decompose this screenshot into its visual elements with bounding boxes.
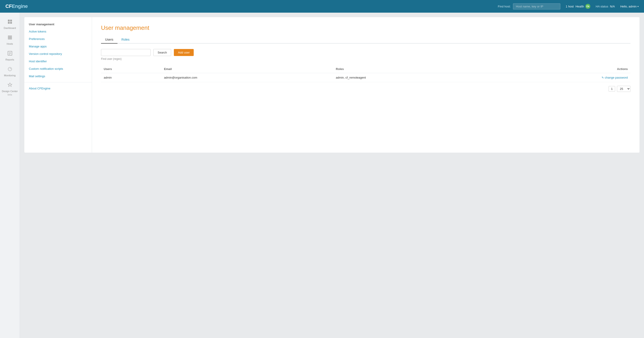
svg-rect-7 [8, 51, 12, 55]
logo-cf: CF [6, 4, 12, 9]
svg-rect-3 [10, 22, 12, 24]
ha-status-value: N/A [610, 5, 615, 8]
tabs: Users Roles [101, 36, 630, 44]
add-user-button[interactable]: Add user [174, 49, 194, 56]
sidebar-label-dashboard: Dashboard [4, 27, 16, 29]
page-title: User management [101, 24, 630, 31]
top-navigation: CFEngine Find host: 1 host Health Ok HA … [0, 0, 644, 13]
sidebar-item-dashboard[interactable]: Dashboard [0, 16, 20, 32]
col-header-users: Users [101, 65, 161, 73]
monitoring-icon [7, 66, 13, 73]
svg-rect-1 [10, 20, 12, 22]
sub-sidebar-divider [24, 82, 92, 82]
main-panel: User management Active tokens Preference… [24, 17, 640, 153]
ha-status-label: HA status [596, 5, 608, 8]
content-area: User management Users Roles Search Add u… [92, 17, 640, 153]
user-cell: admin [101, 73, 161, 82]
email-cell: admin@organisation.com [161, 73, 333, 82]
health-label: Health [576, 5, 584, 8]
sidebar-item-hosts[interactable]: Hosts [0, 32, 20, 48]
table-row: admin admin@organisation.com admin, cf_r… [101, 73, 630, 82]
user-menu[interactable]: Hello, admin ▾ [620, 5, 638, 8]
sub-sidebar-link-custom-notification[interactable]: Custom notification scripts [24, 65, 92, 72]
svg-rect-2 [8, 22, 10, 24]
col-header-actions: Actions [490, 65, 630, 73]
sub-sidebar: User management Active tokens Preference… [24, 17, 92, 153]
sub-sidebar-about[interactable]: About CFEngine [24, 85, 92, 92]
svg-rect-5 [8, 37, 12, 38]
change-password-link[interactable]: ✎ change password [602, 76, 628, 79]
search-row: Search Add user [101, 49, 630, 56]
sidebar-label-monitoring: Monitoring [4, 74, 16, 77]
find-host-label: Find host: [498, 5, 511, 8]
tab-users[interactable]: Users [101, 36, 118, 44]
app-logo: CFEngine [6, 4, 28, 9]
sidebar-label-reports: Reports [6, 58, 14, 61]
search-button[interactable]: Search [153, 49, 171, 56]
roles-cell: admin, cf_remoteagent [333, 73, 490, 82]
host-count: 1 host [566, 5, 574, 8]
logo-engine: Engine [12, 4, 28, 9]
main-sidebar: Dashboard Hosts Reports [0, 13, 20, 338]
users-table: Users Email Roles Actions admin admin@or… [101, 65, 630, 82]
sub-sidebar-link-mail-settings[interactable]: Mail settings [24, 72, 92, 80]
per-page-select[interactable]: 25 50 100 [617, 86, 630, 92]
hosts-icon [7, 35, 13, 42]
svg-rect-6 [8, 38, 12, 39]
sidebar-item-design-center[interactable]: Design Center beta [0, 79, 20, 99]
dashboard-icon [7, 19, 13, 26]
change-password-label: change password [605, 76, 628, 79]
health-badge: Health Ok [576, 4, 590, 9]
hello-label: Hello, admin [620, 5, 636, 8]
sidebar-item-reports[interactable]: Reports [0, 48, 20, 64]
svg-rect-4 [8, 36, 12, 37]
col-header-email: Email [161, 65, 333, 73]
page-number: 1 [608, 86, 615, 92]
sub-sidebar-link-version-control[interactable]: Version control repository [24, 50, 92, 58]
search-input[interactable] [101, 49, 151, 56]
tab-roles[interactable]: Roles [118, 36, 134, 44]
pencil-icon: ✎ [602, 76, 604, 79]
actions-cell: ✎ change password [490, 73, 630, 82]
sidebar-item-monitoring[interactable]: Monitoring [0, 64, 20, 79]
sidebar-label-beta: beta [8, 93, 12, 96]
health-ok-badge: Ok [585, 4, 590, 9]
find-user-hint: Find user (regex) [101, 57, 630, 61]
sub-sidebar-link-manage-apps[interactable]: Manage apps [24, 43, 92, 50]
find-host-input[interactable] [513, 4, 560, 10]
main-content: User management Active tokens Preference… [20, 13, 644, 338]
sidebar-label-hosts: Hosts [6, 43, 13, 45]
reports-icon [7, 51, 13, 57]
sub-sidebar-link-preferences[interactable]: Preferences [24, 35, 92, 43]
design-center-icon [7, 82, 13, 89]
svg-rect-0 [8, 20, 10, 22]
col-header-roles: Roles [333, 65, 490, 73]
sidebar-label-design-center: Design Center [2, 90, 18, 93]
sub-sidebar-link-active-tokens[interactable]: Active tokens [24, 28, 92, 35]
ha-status: HA status N/A [596, 5, 615, 8]
pagination-row: 1 25 50 100 [101, 86, 630, 92]
sub-sidebar-link-host-identifier[interactable]: Host identifier [24, 58, 92, 65]
chevron-down-icon: ▾ [638, 5, 638, 8]
sub-sidebar-title: User management [24, 21, 92, 28]
